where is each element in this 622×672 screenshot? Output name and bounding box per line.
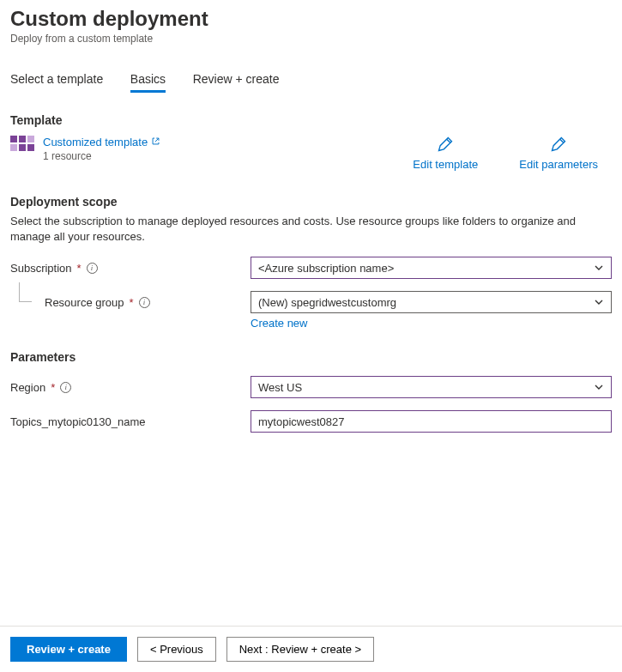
- region-label: Region: [10, 381, 45, 394]
- topic-name-value: mytopicwest0827: [258, 415, 344, 428]
- svg-rect-5: [27, 144, 34, 151]
- required-asterisk: *: [130, 296, 134, 309]
- chevron-down-icon: [594, 382, 604, 392]
- customized-template-link[interactable]: Customized template: [43, 136, 160, 148]
- svg-rect-2: [27, 136, 34, 142]
- tab-basics[interactable]: Basics: [130, 67, 166, 93]
- chevron-down-icon: [594, 263, 604, 273]
- region-select[interactable]: West US: [251, 376, 612, 398]
- edit-template-button[interactable]: Edit template: [413, 136, 478, 171]
- required-asterisk: *: [51, 381, 55, 394]
- edit-template-label: Edit template: [413, 158, 478, 171]
- region-value: West US: [258, 381, 302, 394]
- section-scope-heading: Deployment scope: [10, 195, 612, 209]
- svg-rect-3: [10, 144, 17, 151]
- section-scope-description: Select the subscription to manage deploy…: [10, 214, 577, 245]
- create-new-link[interactable]: Create new: [251, 317, 307, 330]
- edit-parameters-label: Edit parameters: [519, 158, 598, 171]
- subscription-value: <Azure subscription name>: [258, 262, 394, 275]
- page-subtitle: Deploy from a custom template: [10, 33, 612, 45]
- info-icon[interactable]: i: [139, 297, 150, 308]
- svg-rect-0: [10, 136, 17, 142]
- section-template-heading: Template: [10, 113, 612, 127]
- subscription-label: Subscription: [10, 262, 72, 275]
- footer: Review + create < Previous Next : Review…: [0, 626, 622, 672]
- required-asterisk: *: [77, 262, 82, 275]
- topic-name-input[interactable]: mytopicwest0827: [251, 410, 612, 433]
- resource-group-select[interactable]: (New) spegridwestcustomrg: [251, 291, 612, 313]
- template-tiles-icon: [10, 136, 34, 156]
- edit-parameters-button[interactable]: Edit parameters: [519, 136, 598, 171]
- resource-count: 1 resource: [43, 150, 160, 162]
- info-icon[interactable]: i: [60, 382, 71, 393]
- previous-button[interactable]: < Previous: [137, 637, 216, 662]
- section-parameters-heading: Parameters: [10, 350, 612, 364]
- pencil-icon: [437, 136, 454, 153]
- pencil-icon: [550, 136, 567, 153]
- popout-icon: [151, 136, 160, 148]
- svg-rect-1: [19, 136, 26, 142]
- page-title: Custom deployment: [10, 7, 612, 31]
- info-icon[interactable]: i: [87, 263, 98, 274]
- next-button[interactable]: Next : Review + create >: [226, 637, 374, 662]
- tabs: Select a template Basics Review + create: [10, 67, 612, 93]
- resource-group-label: Resource group: [45, 296, 124, 309]
- tab-select-template[interactable]: Select a template: [10, 67, 103, 93]
- tab-review-create[interactable]: Review + create: [193, 67, 280, 93]
- svg-rect-4: [19, 144, 26, 151]
- review-create-button[interactable]: Review + create: [10, 637, 127, 662]
- chevron-down-icon: [594, 297, 604, 307]
- topic-name-label: Topics_mytopic0130_name: [10, 415, 146, 428]
- subscription-select[interactable]: <Azure subscription name>: [251, 257, 612, 279]
- resource-group-value: (New) spegridwestcustomrg: [258, 296, 396, 309]
- customized-template-link-label: Customized template: [43, 136, 148, 148]
